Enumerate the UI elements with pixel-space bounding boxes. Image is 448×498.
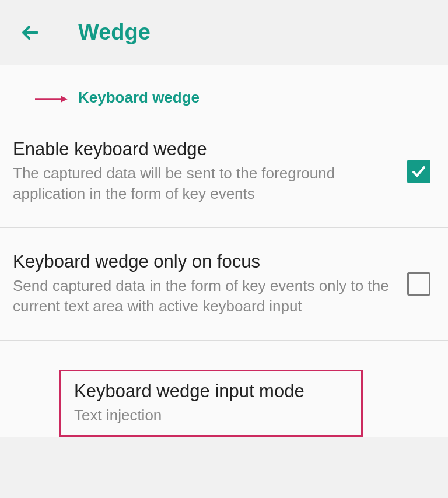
section-header: Keyboard wedge bbox=[0, 65, 448, 115]
page-title: Wedge bbox=[78, 20, 150, 45]
pref-enable-keyboard-wedge[interactable]: Enable keyboard wedge The captured data … bbox=[0, 115, 448, 228]
pref-input-mode[interactable]: Keyboard wedge input mode Text injection bbox=[60, 370, 363, 437]
pref-desc: The captured data will be sent to the fo… bbox=[13, 163, 396, 204]
annotation-arrow-icon bbox=[35, 94, 68, 104]
pref-only-on-focus[interactable]: Keyboard wedge only on focus Send captur… bbox=[0, 228, 448, 341]
checkbox-focus[interactable] bbox=[407, 272, 430, 296]
section-header-label: Keyboard wedge bbox=[78, 89, 448, 107]
pref-texts: Enable keyboard wedge The captured data … bbox=[13, 139, 407, 204]
arrow-back-icon bbox=[20, 22, 41, 43]
checkmark-icon bbox=[411, 163, 427, 180]
highlight-area: Keyboard wedge input mode Text injection bbox=[0, 341, 448, 437]
checkbox-enable[interactable] bbox=[407, 160, 430, 183]
appbar: Wedge bbox=[0, 0, 448, 65]
pref-title: Enable keyboard wedge bbox=[13, 139, 396, 160]
pref-title: Keyboard wedge only on focus bbox=[13, 251, 396, 272]
pref-title: Keyboard wedge input mode bbox=[74, 381, 348, 402]
back-button[interactable] bbox=[18, 20, 43, 45]
pref-texts: Keyboard wedge only on focus Send captur… bbox=[13, 251, 407, 317]
pref-value: Text injection bbox=[74, 405, 348, 426]
pref-desc: Send captured data in the form of key ev… bbox=[13, 276, 396, 317]
